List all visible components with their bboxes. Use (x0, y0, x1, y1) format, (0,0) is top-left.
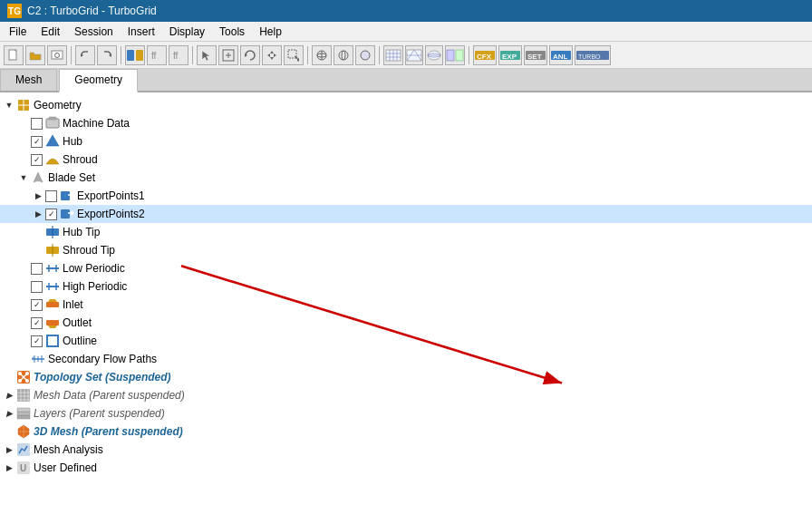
checkbox-export1[interactable] (45, 190, 57, 202)
icon-geometry (16, 98, 31, 112)
icon-export2 (60, 207, 74, 221)
tree-item-shroud[interactable]: Shroud (0, 151, 812, 169)
tree-label-topology-set: Topology Set (Suspended) (34, 371, 171, 384)
expand-mesh-analysis[interactable]: ▶ (4, 444, 14, 455)
toolbar-view1[interactable] (312, 45, 332, 65)
tree-label-high-periodic: High Periodic (63, 280, 127, 293)
expand-blade-set[interactable]: ▼ (18, 172, 29, 183)
checkbox-high-periodic[interactable] (31, 281, 43, 293)
tree-label-low-periodic: Low Periodic (63, 262, 125, 275)
tree-item-export2[interactable]: ▶ ExportPoints2 (0, 205, 812, 223)
icon-mesh-data (16, 388, 31, 403)
toolbar-sep6 (469, 46, 469, 64)
tree-item-blade-set[interactable]: ▼ Blade Set (0, 169, 812, 187)
toolbar-view3[interactable] (355, 45, 375, 65)
toolbar-mesh2[interactable] (405, 45, 423, 65)
tree-label-user-defined: User Defined (34, 461, 97, 474)
checkbox-hub[interactable] (31, 136, 43, 148)
tree-item-secondary-flow[interactable]: + Secondary Flow Paths (0, 350, 812, 368)
checkbox-low-periodic[interactable] (31, 263, 43, 275)
checkbox-export2[interactable] (45, 209, 57, 220)
menu-display[interactable]: Display (164, 24, 210, 40)
toolbar-mesh1[interactable] (383, 45, 403, 65)
toolbar-export3[interactable]: SET (524, 45, 547, 65)
toolbar-sep5 (379, 46, 380, 64)
tree-item-export1[interactable]: ▶ ExportPoints1 (0, 187, 812, 205)
tree-item-machine-data[interactable]: Machine Data (0, 114, 812, 132)
toolbar-zoom-fit[interactable] (218, 45, 238, 65)
menu-file[interactable]: File (4, 24, 32, 40)
tab-mesh[interactable]: Mesh (0, 69, 57, 91)
tree-item-high-periodic[interactable]: High Periodic (0, 277, 812, 296)
tree-item-low-periodic[interactable]: Low Periodic (0, 259, 812, 277)
toolbar-export4[interactable]: ANL (549, 45, 573, 65)
toolbar-select-area[interactable] (284, 45, 304, 65)
tree-item-hub[interactable]: Hub (0, 132, 812, 151)
tree-item-mesh-analysis[interactable]: ▶ Mesh Analysis (0, 441, 812, 459)
icon-mesh-analysis (16, 442, 31, 457)
tree-item-outlet[interactable]: Outlet (0, 314, 812, 332)
svg-rect-34 (456, 50, 463, 61)
tree-item-layers[interactable]: ▶ Layers (Parent suspended) (0, 404, 812, 422)
toolbar-cursor[interactable] (197, 45, 217, 65)
svg-rect-59 (46, 320, 59, 325)
toolbar-view2[interactable] (334, 45, 353, 65)
tree-item-user-defined[interactable]: ▶ U User Defined (0, 459, 812, 477)
toolbar-mesh3[interactable] (425, 45, 443, 65)
toolbar-btn5[interactable]: ff (169, 45, 188, 65)
expand-mesh-data[interactable]: ▶ (4, 390, 14, 401)
icon-hub (45, 134, 60, 149)
expand-inlet (18, 299, 29, 310)
toolbar-export5[interactable]: TURBO (575, 45, 611, 65)
toolbar-pan[interactable] (262, 45, 282, 65)
toolbar-btn4[interactable]: ff (147, 45, 167, 65)
toolbar-snapshot[interactable] (47, 45, 67, 65)
tree-item-geometry[interactable]: ▼ Geometry (0, 96, 812, 114)
checkbox-shroud[interactable] (31, 154, 43, 166)
toolbar-btn3[interactable] (125, 45, 145, 65)
toolbar-sep1 (71, 46, 72, 64)
toolbar-undo[interactable] (75, 45, 95, 65)
svg-rect-48 (46, 119, 59, 128)
menu-insert[interactable]: Insert (122, 24, 160, 40)
tab-geometry[interactable]: Geometry (59, 69, 138, 92)
expand-low-periodic (18, 263, 29, 274)
toolbar-rotate[interactable] (240, 45, 260, 65)
menu-edit[interactable]: Edit (35, 24, 65, 40)
expand-export1[interactable]: ▶ (33, 190, 44, 201)
toolbar-export[interactable]: CFX (473, 45, 497, 65)
checkbox-outline[interactable] (31, 335, 43, 347)
tree-item-shroud-tip[interactable]: Shroud Tip (0, 241, 812, 259)
checkbox-outlet[interactable] (31, 317, 43, 329)
expand-geometry[interactable]: ▼ (4, 100, 14, 111)
menu-tools[interactable]: Tools (214, 24, 250, 40)
expand-layers[interactable]: ▶ (4, 408, 14, 419)
svg-point-68 (18, 379, 22, 383)
tree-item-hub-tip[interactable]: Hub Tip (0, 223, 812, 241)
toolbar-export2[interactable]: EXP (498, 45, 522, 65)
tree-label-blade-set: Blade Set (48, 171, 95, 184)
toolbar-redo[interactable] (97, 45, 117, 65)
tree-label-hub-tip: Hub Tip (63, 226, 100, 238)
checkbox-machine-data[interactable] (31, 118, 43, 130)
expand-outlet (18, 317, 29, 328)
icon-3d-mesh (16, 424, 31, 439)
expand-user-defined[interactable]: ▶ (4, 462, 14, 473)
tree-label-secondary-flow: Secondary Flow Paths (48, 353, 157, 365)
tree-item-inlet[interactable]: Inlet (0, 296, 812, 314)
toolbar-open[interactable] (25, 45, 45, 65)
menu-help[interactable]: Help (254, 24, 287, 40)
tab-bar: Mesh Geometry (0, 69, 812, 92)
tree-label-export1: ExportPoints1 (77, 189, 145, 202)
toolbar-new[interactable] (4, 45, 24, 65)
tree-item-outline[interactable]: Outline (0, 332, 812, 350)
tree-item-3d-mesh[interactable]: 3D Mesh (Parent suspended) (0, 422, 812, 441)
tree-label-outline: Outline (63, 335, 97, 347)
expand-export2[interactable]: ▶ (33, 209, 44, 219)
tree-item-mesh-data[interactable]: ▶ Mesh Data (Parent suspended) (0, 386, 812, 404)
main-content: ▼ Geometry Machine Data Hub (0, 92, 812, 505)
tree-item-topology-set[interactable]: Topology Set (Suspended) (0, 368, 812, 386)
menu-session[interactable]: Session (69, 24, 119, 40)
toolbar-mesh4[interactable] (445, 45, 465, 65)
checkbox-inlet[interactable] (31, 299, 43, 311)
